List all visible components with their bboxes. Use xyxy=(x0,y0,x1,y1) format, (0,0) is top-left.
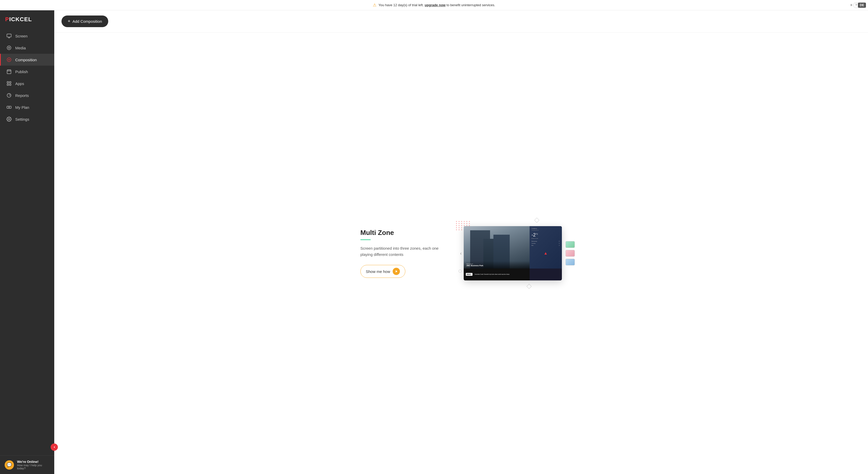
publish-icon xyxy=(6,69,11,74)
notification-close-button[interactable]: × xyxy=(850,3,852,7)
add-composition-button[interactable]: + Add Composition xyxy=(61,16,108,27)
settings-icon xyxy=(6,117,11,122)
sidebar-item-publish[interactable]: Publish xyxy=(0,66,54,78)
media-icon xyxy=(6,45,11,50)
sidebar-item-settings[interactable]: Settings xyxy=(0,113,54,125)
plus-icon: + xyxy=(68,19,70,24)
show-me-how-button[interactable]: Show me how xyxy=(361,265,405,278)
weather-description: Broken clouds xyxy=(532,238,560,239)
bbc-logo: BBC xyxy=(466,273,472,276)
screen-main-zone: Welcome to JWC Business Park xyxy=(464,226,530,269)
park-name: JWC Business Park xyxy=(466,265,527,266)
sidebar-item-myplan[interactable]: My Plan xyxy=(0,101,54,113)
screen-text-overlay: Welcome to JWC Business Park xyxy=(464,261,530,269)
sidebar-item-reports[interactable]: Reports xyxy=(0,89,54,101)
weather-forecast: Wednesday0° Tuesday5° Mon1° xyxy=(532,241,560,246)
settings-label: Settings xyxy=(15,117,29,121)
main-layout: PICKCEL Screen xyxy=(0,10,868,474)
reports-icon xyxy=(6,93,11,98)
sidebar-nav: Screen Media xyxy=(0,27,54,455)
svg-rect-11 xyxy=(9,82,11,83)
apps-icon xyxy=(6,81,11,86)
reports-label: Reports xyxy=(15,93,29,98)
screen-label: Screen xyxy=(15,34,28,38)
chat-widget[interactable]: 💬 We're Online! How may I help you today… xyxy=(0,455,54,474)
multizone-title: Multi Zone xyxy=(361,229,443,237)
sidebar: PICKCEL Screen xyxy=(0,10,54,474)
multizone-text: Multi Zone Screen partitioned into three… xyxy=(361,229,443,278)
content-area: + Add Composition Multi Zone Screen part… xyxy=(54,10,868,474)
svg-rect-6 xyxy=(7,70,11,73)
screen-weather-zone: Canberra Tuesday 06 Jul -2°C Broken clou… xyxy=(530,226,562,269)
myplan-icon xyxy=(6,105,11,110)
forecast-row-1: Wednesday0° xyxy=(532,241,560,242)
screen-preview-wrapper: ‹ Welcome to JWC Business Park xyxy=(464,226,562,280)
logo: PICKCEL xyxy=(0,10,54,27)
diamond-decoration-top xyxy=(534,218,539,223)
chat-text: We're Online! How may I help you today? xyxy=(17,460,50,470)
notification-bar: ⚠ You have 12 day(s) of trial left. upgr… xyxy=(0,0,868,10)
add-composition-label: Add Composition xyxy=(72,19,102,24)
multizone-underline xyxy=(361,239,371,240)
myplan-label: My Plan xyxy=(15,105,29,110)
sidebar-collapse-button[interactable] xyxy=(51,444,58,451)
svg-point-4 xyxy=(8,47,10,49)
sidebar-item-media[interactable]: Media xyxy=(0,42,54,54)
side-thumbnails xyxy=(565,241,575,265)
news-headline: Australia Covid: Seventh city locks down… xyxy=(474,273,509,275)
play-icon xyxy=(393,268,400,275)
warning-icon: ⚠ xyxy=(373,3,376,7)
upgrade-link[interactable]: upgrade now xyxy=(425,3,445,7)
svg-marker-17 xyxy=(396,270,398,273)
apps-label: Apps xyxy=(15,81,24,86)
content-toolbar: + Add Composition xyxy=(54,10,868,33)
notification-text: You have 12 day(s) of trial left. upgrad… xyxy=(378,3,495,7)
sidebar-item-screen[interactable]: Screen xyxy=(0,30,54,42)
composition-label: Composition xyxy=(15,58,37,62)
weather-temperature: -2°C xyxy=(532,232,560,238)
svg-rect-13 xyxy=(9,84,11,86)
show-me-label: Show me how xyxy=(366,269,390,274)
screen-news-zone: BBC Australia Covid: Seventh city locks … xyxy=(464,269,530,280)
chat-subtitle: How may I help you today? xyxy=(17,464,50,470)
svg-point-16 xyxy=(8,119,10,120)
publish-label: Publish xyxy=(15,69,28,74)
media-label: Media xyxy=(15,46,26,50)
screen-icon xyxy=(6,33,11,38)
svg-point-15 xyxy=(8,107,9,108)
thumbnail-3[interactable] xyxy=(565,259,575,265)
svg-rect-10 xyxy=(7,82,9,83)
center-content: Multi Zone Screen partitioned into three… xyxy=(54,33,868,474)
screen-arrow-right: ▲ xyxy=(544,251,548,256)
circle-decoration xyxy=(459,270,462,273)
thumbnail-1[interactable] xyxy=(565,241,575,248)
sidebar-item-apps[interactable]: Apps xyxy=(0,78,54,89)
chat-avatar: 💬 xyxy=(5,460,14,470)
multizone-description: Screen partitioned into three zones, eac… xyxy=(361,245,443,258)
composition-icon xyxy=(6,57,11,62)
multizone-container: Multi Zone Screen partitioned into three… xyxy=(361,226,562,280)
chat-status: We're Online! xyxy=(17,460,50,464)
svg-point-3 xyxy=(7,46,11,50)
user-avatar-button[interactable]: DE xyxy=(858,3,866,8)
svg-rect-12 xyxy=(7,84,9,86)
sidebar-item-composition[interactable]: Composition xyxy=(0,54,54,66)
diamond-decoration-bottom xyxy=(526,284,532,289)
forecast-row-2: Tuesday5° xyxy=(532,243,560,244)
weather-date: Tuesday 06 Jul xyxy=(532,230,560,231)
screen-arrow-left: ‹ xyxy=(460,251,462,256)
thumbnail-2[interactable] xyxy=(565,250,575,257)
forecast-row-3: Mon1° xyxy=(532,245,560,246)
svg-rect-0 xyxy=(7,34,11,37)
weather-city: Canberra xyxy=(532,228,560,229)
